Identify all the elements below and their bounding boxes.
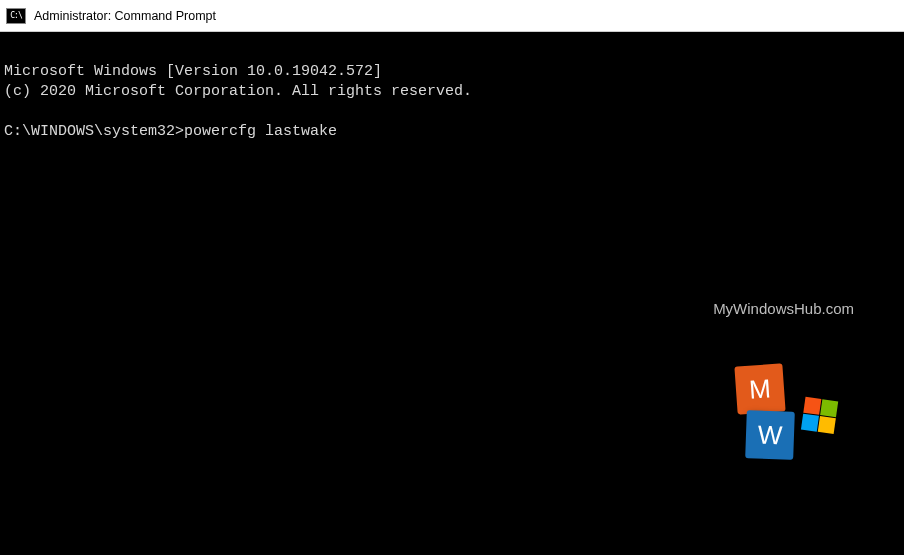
terminal-line-version: Microsoft Windows [Version 10.0.19042.57… — [4, 63, 382, 80]
terminal-line-copyright: (c) 2020 Microsoft Corporation. All righ… — [4, 83, 472, 100]
window-titlebar[interactable]: C:\ Administrator: Command Prompt — [0, 0, 904, 32]
watermark-logo: M W — [734, 365, 834, 465]
terminal-prompt: C:\WINDOWS\system32> — [4, 123, 184, 140]
windows-flag-icon — [800, 397, 838, 435]
watermark-tile-w: W — [745, 410, 795, 460]
watermark-text: MyWindowsHub.com — [713, 299, 854, 319]
window-title: Administrator: Command Prompt — [34, 9, 216, 23]
terminal-area[interactable]: Microsoft Windows [Version 10.0.19042.57… — [0, 32, 904, 555]
terminal-command: powercfg lastwake — [184, 123, 337, 140]
watermark-tile-m: M — [734, 363, 785, 414]
cmd-icon: C:\ — [6, 8, 26, 24]
watermark: MyWindowsHub.com M W — [713, 259, 854, 505]
